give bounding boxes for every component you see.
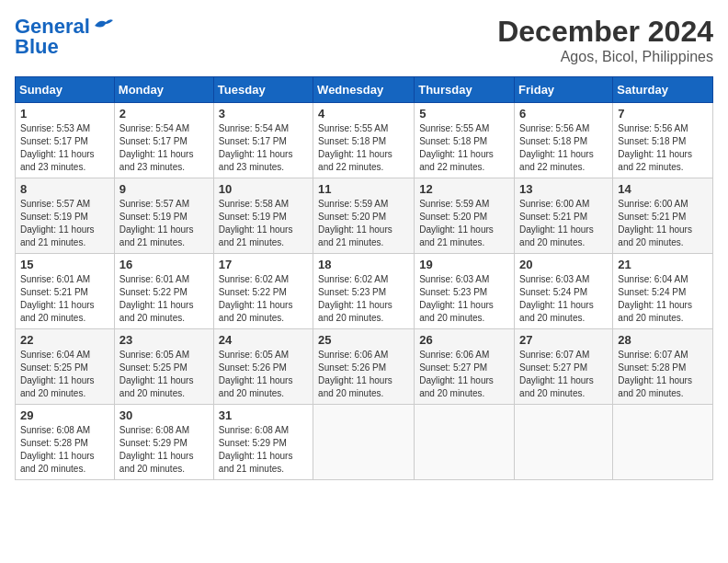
calendar-cell: 28Sunrise: 6:07 AM Sunset: 5:28 PM Dayli… bbox=[613, 329, 713, 405]
calendar-cell: 1Sunrise: 5:53 AM Sunset: 5:17 PM Daylig… bbox=[16, 103, 115, 178]
calendar-cell: 25Sunrise: 6:06 AM Sunset: 5:26 PM Dayli… bbox=[313, 329, 415, 405]
day-number: 14 bbox=[618, 182, 708, 196]
calendar-header-row: SundayMondayTuesdayWednesdayThursdayFrid… bbox=[16, 77, 713, 103]
day-info: Sunrise: 6:07 AM Sunset: 5:27 PM Dayligh… bbox=[519, 349, 608, 400]
day-info: Sunrise: 5:57 AM Sunset: 5:19 PM Dayligh… bbox=[20, 198, 109, 249]
calendar-cell: 21Sunrise: 6:04 AM Sunset: 5:24 PM Dayli… bbox=[613, 254, 713, 329]
day-number: 6 bbox=[519, 107, 608, 121]
day-number: 24 bbox=[219, 333, 308, 347]
day-info: Sunrise: 6:08 AM Sunset: 5:29 PM Dayligh… bbox=[119, 424, 209, 476]
day-number: 8 bbox=[20, 182, 109, 196]
calendar-header-saturday: Saturday bbox=[613, 77, 713, 103]
calendar-cell: 27Sunrise: 6:07 AM Sunset: 5:27 PM Dayli… bbox=[515, 329, 613, 405]
calendar-cell: 8Sunrise: 5:57 AM Sunset: 5:19 PM Daylig… bbox=[16, 178, 115, 254]
calendar-cell: 16Sunrise: 6:01 AM Sunset: 5:22 PM Dayli… bbox=[114, 254, 213, 329]
calendar-week-3: 15Sunrise: 6:01 AM Sunset: 5:21 PM Dayli… bbox=[16, 254, 713, 329]
day-number: 5 bbox=[419, 107, 509, 121]
calendar-cell: 9Sunrise: 5:57 AM Sunset: 5:19 PM Daylig… bbox=[114, 178, 213, 254]
day-info: Sunrise: 5:53 AM Sunset: 5:17 PM Dayligh… bbox=[20, 122, 109, 174]
day-number: 9 bbox=[119, 182, 209, 196]
calendar-cell: 11Sunrise: 5:59 AM Sunset: 5:20 PM Dayli… bbox=[313, 178, 415, 254]
calendar-cell: 24Sunrise: 6:05 AM Sunset: 5:26 PM Dayli… bbox=[213, 329, 313, 405]
calendar-cell bbox=[613, 405, 713, 480]
day-number: 15 bbox=[20, 258, 109, 271]
calendar-cell: 17Sunrise: 6:02 AM Sunset: 5:22 PM Dayli… bbox=[213, 254, 313, 329]
day-info: Sunrise: 6:05 AM Sunset: 5:25 PM Dayligh… bbox=[119, 349, 209, 400]
page-header: General Blue December 2024 Agos, Bicol, … bbox=[15, 15, 713, 65]
day-number: 7 bbox=[618, 107, 708, 121]
calendar-cell: 23Sunrise: 6:05 AM Sunset: 5:25 PM Dayli… bbox=[114, 329, 213, 405]
calendar-cell: 19Sunrise: 6:03 AM Sunset: 5:23 PM Dayli… bbox=[415, 254, 515, 329]
day-info: Sunrise: 5:59 AM Sunset: 5:20 PM Dayligh… bbox=[419, 198, 509, 249]
day-info: Sunrise: 6:01 AM Sunset: 5:21 PM Dayligh… bbox=[20, 273, 109, 325]
calendar-week-1: 1Sunrise: 5:53 AM Sunset: 5:17 PM Daylig… bbox=[16, 103, 713, 178]
day-info: Sunrise: 6:00 AM Sunset: 5:21 PM Dayligh… bbox=[618, 198, 708, 249]
calendar-cell bbox=[313, 405, 415, 480]
day-info: Sunrise: 5:54 AM Sunset: 5:17 PM Dayligh… bbox=[119, 122, 209, 174]
day-info: Sunrise: 5:59 AM Sunset: 5:20 PM Dayligh… bbox=[318, 198, 409, 249]
page-title: December 2024 bbox=[497, 15, 713, 49]
day-info: Sunrise: 6:00 AM Sunset: 5:21 PM Dayligh… bbox=[519, 198, 608, 249]
calendar-cell: 20Sunrise: 6:03 AM Sunset: 5:24 PM Dayli… bbox=[515, 254, 613, 329]
calendar-cell: 18Sunrise: 6:02 AM Sunset: 5:23 PM Dayli… bbox=[313, 254, 415, 329]
day-number: 18 bbox=[318, 258, 409, 271]
day-info: Sunrise: 6:06 AM Sunset: 5:26 PM Dayligh… bbox=[318, 349, 409, 400]
day-info: Sunrise: 6:08 AM Sunset: 5:29 PM Dayligh… bbox=[219, 424, 308, 476]
calendar-cell: 3Sunrise: 5:54 AM Sunset: 5:17 PM Daylig… bbox=[213, 103, 313, 178]
calendar-cell: 10Sunrise: 5:58 AM Sunset: 5:19 PM Dayli… bbox=[213, 178, 313, 254]
calendar-cell: 4Sunrise: 5:55 AM Sunset: 5:18 PM Daylig… bbox=[313, 103, 415, 178]
day-info: Sunrise: 6:04 AM Sunset: 5:24 PM Dayligh… bbox=[618, 273, 708, 325]
day-info: Sunrise: 5:54 AM Sunset: 5:17 PM Dayligh… bbox=[219, 122, 308, 174]
day-number: 29 bbox=[20, 408, 109, 422]
day-number: 20 bbox=[519, 258, 608, 271]
day-info: Sunrise: 6:03 AM Sunset: 5:24 PM Dayligh… bbox=[519, 273, 608, 325]
day-info: Sunrise: 6:02 AM Sunset: 5:22 PM Dayligh… bbox=[219, 273, 308, 325]
calendar-header-friday: Friday bbox=[515, 77, 613, 103]
calendar-header-monday: Monday bbox=[114, 77, 213, 103]
day-number: 23 bbox=[119, 333, 209, 347]
calendar-cell: 22Sunrise: 6:04 AM Sunset: 5:25 PM Dayli… bbox=[16, 329, 115, 405]
calendar-header-tuesday: Tuesday bbox=[213, 77, 313, 103]
logo-bird-icon bbox=[93, 17, 113, 33]
calendar-cell: 13Sunrise: 6:00 AM Sunset: 5:21 PM Dayli… bbox=[515, 178, 613, 254]
day-info: Sunrise: 5:55 AM Sunset: 5:18 PM Dayligh… bbox=[419, 122, 509, 174]
calendar-table: SundayMondayTuesdayWednesdayThursdayFrid… bbox=[15, 76, 713, 480]
logo-blue: Blue bbox=[15, 35, 59, 59]
day-info: Sunrise: 6:06 AM Sunset: 5:27 PM Dayligh… bbox=[419, 349, 509, 400]
day-number: 22 bbox=[20, 333, 109, 347]
day-number: 2 bbox=[119, 107, 209, 121]
day-number: 1 bbox=[20, 107, 109, 121]
day-info: Sunrise: 6:08 AM Sunset: 5:28 PM Dayligh… bbox=[20, 424, 109, 476]
day-info: Sunrise: 6:07 AM Sunset: 5:28 PM Dayligh… bbox=[618, 349, 708, 400]
title-block: December 2024 Agos, Bicol, Philippines bbox=[497, 15, 713, 65]
logo: General Blue bbox=[15, 15, 113, 59]
day-info: Sunrise: 5:55 AM Sunset: 5:18 PM Dayligh… bbox=[318, 122, 409, 174]
calendar-header-sunday: Sunday bbox=[16, 77, 115, 103]
day-info: Sunrise: 5:58 AM Sunset: 5:19 PM Dayligh… bbox=[219, 198, 308, 249]
day-info: Sunrise: 6:05 AM Sunset: 5:26 PM Dayligh… bbox=[219, 349, 308, 400]
day-number: 17 bbox=[219, 258, 308, 271]
calendar-cell: 14Sunrise: 6:00 AM Sunset: 5:21 PM Dayli… bbox=[613, 178, 713, 254]
day-number: 13 bbox=[519, 182, 608, 196]
day-number: 11 bbox=[318, 182, 409, 196]
day-number: 26 bbox=[419, 333, 509, 347]
day-number: 27 bbox=[519, 333, 608, 347]
calendar-cell: 15Sunrise: 6:01 AM Sunset: 5:21 PM Dayli… bbox=[16, 254, 115, 329]
calendar-cell: 31Sunrise: 6:08 AM Sunset: 5:29 PM Dayli… bbox=[213, 405, 313, 480]
day-info: Sunrise: 5:56 AM Sunset: 5:18 PM Dayligh… bbox=[618, 122, 708, 174]
calendar-cell: 6Sunrise: 5:56 AM Sunset: 5:18 PM Daylig… bbox=[515, 103, 613, 178]
calendar-cell: 7Sunrise: 5:56 AM Sunset: 5:18 PM Daylig… bbox=[613, 103, 713, 178]
day-number: 19 bbox=[419, 258, 509, 271]
calendar-week-2: 8Sunrise: 5:57 AM Sunset: 5:19 PM Daylig… bbox=[16, 178, 713, 254]
day-number: 30 bbox=[119, 408, 209, 422]
day-number: 28 bbox=[618, 333, 708, 347]
calendar-header-thursday: Thursday bbox=[415, 77, 515, 103]
calendar-cell: 2Sunrise: 5:54 AM Sunset: 5:17 PM Daylig… bbox=[114, 103, 213, 178]
calendar-cell: 26Sunrise: 6:06 AM Sunset: 5:27 PM Dayli… bbox=[415, 329, 515, 405]
calendar-header-wednesday: Wednesday bbox=[313, 77, 415, 103]
day-number: 25 bbox=[318, 333, 409, 347]
day-info: Sunrise: 5:56 AM Sunset: 5:18 PM Dayligh… bbox=[519, 122, 608, 174]
day-info: Sunrise: 5:57 AM Sunset: 5:19 PM Dayligh… bbox=[119, 198, 209, 249]
calendar-cell: 12Sunrise: 5:59 AM Sunset: 5:20 PM Dayli… bbox=[415, 178, 515, 254]
day-number: 21 bbox=[618, 258, 708, 271]
